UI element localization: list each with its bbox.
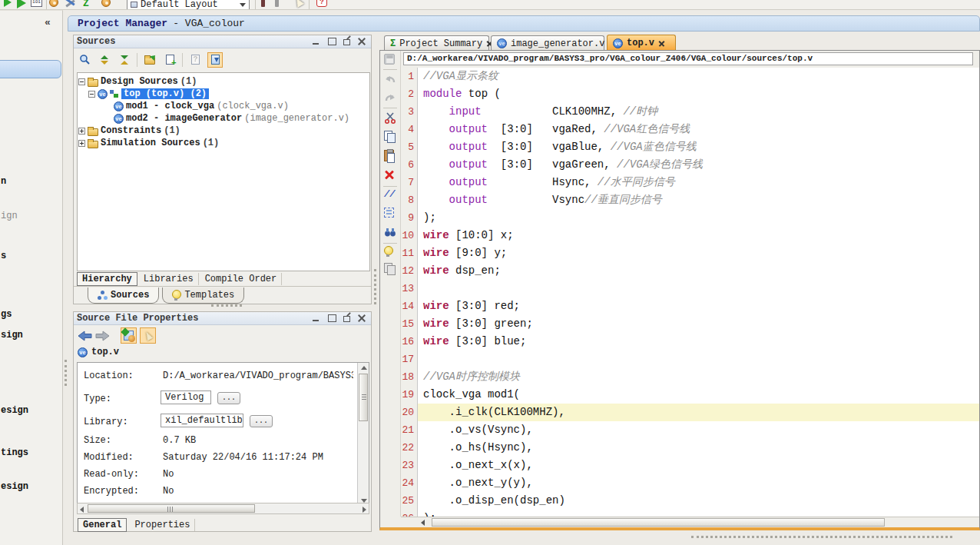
config-gear-button[interactable]: [101, 0, 111, 7]
tree-row-mod2[interactable]: mod2 - imageGenerator (image_generator.v…: [114, 112, 349, 125]
sources-tree[interactable]: Design Sources (1) top (top.v) (2) mod1 …: [77, 72, 370, 271]
scrollbar-thumb[interactable]: [359, 374, 368, 421]
paste-button[interactable]: [384, 150, 397, 163]
tree-row-constraints[interactable]: Constraints (1): [78, 125, 180, 137]
code-line[interactable]: 7 output Hsync, //水平同步信号: [401, 174, 979, 191]
code-line[interactable]: 1//VGA显示条纹: [401, 68, 979, 85]
flow-nav-item-fragment[interactable]: n: [1, 176, 6, 187]
forward-button[interactable]: [95, 331, 110, 341]
tab-top-v[interactable]: top.v: [607, 35, 676, 51]
run-button[interactable]: [4, 0, 12, 7]
lightbulb-button[interactable]: [384, 246, 397, 259]
copy-button[interactable]: [384, 131, 397, 144]
file-path-field[interactable]: D:/A_workarea/VIVADO_program/BASYS3_pro/…: [403, 52, 973, 65]
duplicate-button[interactable]: [384, 263, 397, 276]
maximize-button[interactable]: [327, 37, 336, 45]
tree-row-mod1[interactable]: mod1 - clock_vga (clock_vga.v): [114, 100, 289, 112]
flow-nav-item-fragment[interactable]: tings: [1, 447, 28, 458]
collapse-all-button[interactable]: [117, 52, 132, 68]
tools-button[interactable]: [65, 0, 75, 8]
code-line[interactable]: 24 .o_next_y(y),: [401, 474, 979, 492]
scroll-to-selected-button[interactable]: [207, 52, 223, 68]
select-pointer-button[interactable]: [140, 327, 156, 344]
code-line[interactable]: 18//VGA时序控制模块: [401, 368, 979, 386]
settings-gear-button[interactable]: [49, 0, 58, 7]
expand-expander-icon[interactable]: [78, 140, 85, 147]
code-line[interactable]: 4 output [3:0] vgaRed, //VGA红色信号线: [401, 121, 979, 138]
select-cursor-button[interactable]: [295, 0, 303, 6]
browse-library-button[interactable]: ...: [250, 415, 273, 427]
float-button[interactable]: [343, 37, 351, 45]
tab-project-summary[interactable]: Project Summary: [384, 35, 489, 51]
close-button[interactable]: [358, 37, 366, 45]
code-line[interactable]: 13: [401, 280, 979, 297]
zynq-button[interactable]: [83, 0, 89, 9]
minimize-button[interactable]: [312, 314, 320, 322]
properties-gear-button[interactable]: [121, 327, 137, 344]
flow-nav-item-fragment[interactable]: esign: [1, 481, 28, 492]
code-line[interactable]: 25 .o_disp_en(dsp_en): [401, 492, 979, 510]
help-button[interactable]: [316, 0, 327, 7]
vertical-splitter-handle[interactable]: [374, 269, 376, 304]
code-line[interactable]: 2module top (: [401, 85, 979, 103]
code-line[interactable]: 10wire [10:0] x;: [401, 227, 979, 244]
open-folder-button[interactable]: [142, 52, 157, 68]
tab-compile-order[interactable]: Compile Order: [200, 273, 283, 285]
collapse-expander-icon[interactable]: [78, 78, 85, 85]
tab-image-generator[interactable]: image_generator.v: [491, 35, 604, 51]
horizontal-splitter-handle[interactable]: [211, 304, 242, 307]
close-tab-icon[interactable]: [658, 40, 665, 47]
browse-type-button[interactable]: ...: [217, 392, 240, 404]
code-line[interactable]: 11wire [9:0] y;: [401, 244, 979, 262]
flow-nav-item-fragment[interactable]: s: [1, 251, 6, 261]
tab-properties[interactable]: Properties: [130, 519, 195, 531]
code-line[interactable]: 23 .o_next_x(x),: [401, 457, 979, 474]
layout-select[interactable]: Default Layout: [127, 0, 250, 10]
tree-row-design-sources[interactable]: Design Sources (1): [78, 75, 197, 88]
flow-nav-item-fragment[interactable]: gs: [1, 309, 12, 320]
collapse-expander-icon[interactable]: [88, 91, 95, 98]
properties-horizontal-scrollbar[interactable]: [77, 503, 369, 514]
unpin-button[interactable]: [275, 0, 279, 7]
code-line[interactable]: 21 .o_vs(Vsync),: [401, 421, 979, 439]
bottom-splitter-handle[interactable]: [691, 536, 952, 538]
scrollbar-thumb[interactable]: [88, 504, 255, 513]
code-line[interactable]: 14wire [3:0] red;: [401, 297, 979, 315]
properties-vertical-scrollbar[interactable]: [357, 363, 369, 506]
flow-nav-item-fragment[interactable]: ign: [1, 211, 18, 221]
back-button[interactable]: [78, 331, 92, 341]
code-line[interactable]: 6 output [3:0] vgaGreen, //VGA绿色信号线: [401, 156, 979, 174]
expand-all-button[interactable]: [97, 52, 112, 68]
flow-nav-item-fragment[interactable]: sign: [1, 330, 23, 341]
simulation-button[interactable]: [31, 0, 42, 7]
toggle-comment-button[interactable]: [384, 189, 397, 202]
add-sources-button[interactable]: [162, 52, 177, 68]
tab-general[interactable]: General: [78, 518, 127, 532]
tree-row-simulation-sources[interactable]: Simulation Sources (1): [78, 137, 219, 149]
delete-button[interactable]: [384, 169, 397, 182]
block-select-button[interactable]: [384, 208, 397, 221]
pin-button[interactable]: [261, 0, 265, 7]
redo-button[interactable]: [384, 91, 397, 105]
code-line[interactable]: 9);: [401, 209, 979, 227]
panel-splitter-handle[interactable]: [65, 360, 67, 386]
code-line[interactable]: 26);: [401, 510, 979, 517]
code-line[interactable]: 19clock_vga mod1(: [401, 386, 979, 404]
float-button[interactable]: [343, 314, 351, 322]
tab-hierarchy[interactable]: Hierarchy: [77, 272, 137, 286]
run-all-button[interactable]: [17, 0, 26, 8]
minimize-button[interactable]: [312, 37, 320, 45]
flow-nav-selected-item[interactable]: [0, 60, 61, 78]
close-button[interactable]: [358, 314, 366, 322]
undo-button[interactable]: [384, 73, 397, 86]
code-text-area[interactable]: 1//VGA显示条纹2module top (3 input CLK100MHZ…: [401, 68, 979, 517]
expand-expander-icon[interactable]: [78, 128, 85, 135]
code-line[interactable]: 8 output Vsync//垂直同步信号: [401, 191, 979, 209]
library-value-box[interactable]: xil_defaultlib: [161, 414, 243, 427]
flow-nav-item-fragment[interactable]: esign: [1, 405, 28, 416]
code-line[interactable]: 17: [401, 351, 979, 368]
tab-libraries[interactable]: Libraries: [139, 273, 199, 285]
code-line[interactable]: 12wire dsp_en;: [401, 262, 979, 280]
tab-templates[interactable]: Templates: [162, 287, 244, 304]
cut-button[interactable]: [384, 111, 397, 125]
